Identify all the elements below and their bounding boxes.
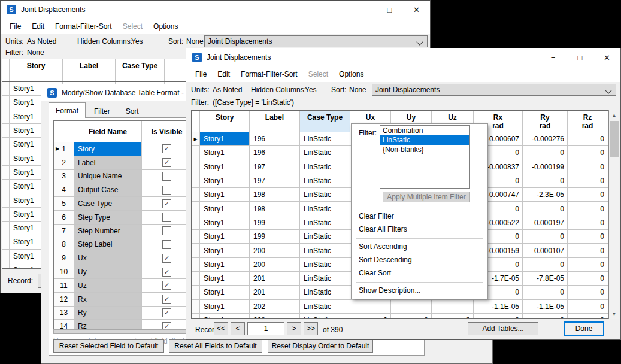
field-name-cell[interactable]: Uy (74, 265, 142, 278)
record-first-button[interactable]: << (214, 322, 228, 335)
field-name-cell[interactable]: Unique Name (74, 170, 142, 183)
menu-item-clear-all-filters[interactable]: Clear All Filters (359, 225, 407, 233)
close-button[interactable]: ✕ (593, 48, 620, 66)
menu-edit[interactable]: Edit (212, 70, 235, 78)
checkbox-unchecked[interactable] (162, 240, 171, 249)
menu-item-clear-filter[interactable]: Clear Filter (359, 212, 394, 220)
tab-sort[interactable]: Sort (119, 104, 146, 118)
menu-select[interactable]: Select (303, 70, 334, 78)
close-button[interactable]: ✕ (403, 1, 430, 19)
field-grid-row[interactable]: 6Step Type (54, 211, 191, 225)
field-grid-row[interactable]: 2Label✓ (54, 156, 191, 170)
field-grid-row[interactable]: 12Rx✓ (54, 293, 191, 307)
column-header-label[interactable]: Label (63, 59, 116, 81)
column-header-case-type[interactable]: Case Type (116, 59, 165, 81)
checkbox-checked[interactable]: ✓ (162, 199, 171, 208)
column-header-label[interactable]: Label (250, 111, 300, 132)
field-name-cell[interactable]: Step Number (74, 225, 142, 238)
field-name-cell[interactable]: Ux (74, 251, 142, 265)
record-last-button[interactable]: >> (304, 322, 318, 335)
column-header-story[interactable]: Story (10, 59, 63, 81)
checkbox-unchecked[interactable] (162, 226, 171, 235)
scroll-up-icon[interactable]: ▲ (609, 110, 619, 120)
checkbox-checked[interactable]: ✓ (162, 281, 171, 290)
table-select-combobox[interactable]: Joint Displacements (372, 84, 616, 96)
field-name-cell[interactable]: Label (74, 156, 142, 169)
menu-edit[interactable]: Edit (26, 22, 50, 31)
checkbox-checked[interactable]: ✓ (162, 308, 171, 317)
column-header-rz[interactable]: Rzrad (568, 111, 607, 132)
menu-file[interactable]: File (4, 22, 26, 31)
table-row[interactable]: Story1202LinStatic000000 (192, 314, 608, 319)
checkbox-checked[interactable]: ✓ (162, 322, 171, 329)
field-name-cell[interactable]: Rx (74, 293, 142, 306)
menu-item-clear-sort[interactable]: Clear Sort (359, 269, 391, 277)
checkbox-checked[interactable]: ✓ (162, 158, 171, 167)
done-button[interactable]: Done (564, 321, 604, 336)
title-bar[interactable]: S Joint Displacements − □ ✕ (1, 1, 430, 19)
field-name-cell[interactable]: Uz (74, 279, 142, 292)
column-header-ry[interactable]: Ryrad (523, 111, 568, 132)
field-grid-row[interactable]: 10Uy✓ (54, 265, 191, 279)
filter-option-non-blanks[interactable]: {Non-blanks} (380, 145, 469, 154)
field-name-cell[interactable]: Output Case (74, 183, 142, 196)
menu-options[interactable]: Options (334, 70, 369, 78)
scrollbar-thumb[interactable] (610, 121, 619, 157)
field-grid-row[interactable]: 4Output Case (54, 183, 191, 197)
reset-all-fields-button[interactable]: Reset All Fields to Default (169, 339, 262, 353)
field-name-cell[interactable]: Case Type (74, 197, 142, 210)
record-next-button[interactable]: > (287, 322, 301, 335)
field-name-cell[interactable]: Step Label (74, 238, 142, 251)
menu-format-filter-sort[interactable]: Format-Filter-Sort (235, 70, 303, 78)
filter-option-linstatic[interactable]: LinStatic (380, 135, 469, 145)
tab-filter[interactable]: Filter (87, 104, 117, 118)
record-number-input[interactable]: 1 (247, 322, 284, 335)
column-header-story[interactable]: Story (200, 111, 250, 132)
filter-values-listbox[interactable]: CombinationLinStatic{Non-blanks} (380, 125, 470, 189)
menu-select[interactable]: Select (117, 22, 148, 31)
field-grid-row[interactable]: 9Ux✓ (54, 251, 191, 265)
menu-item-sort-descending[interactable]: Sort Descending (359, 256, 412, 264)
filter-option-combination[interactable]: Combination (380, 126, 469, 135)
checkbox-checked[interactable]: ✓ (162, 268, 171, 277)
field-name-cell[interactable]: Step Type (74, 211, 142, 224)
menu-item-show-description[interactable]: Show Description... (359, 286, 420, 295)
table-row[interactable]: Story1202LinStatic-1.1E-05-1.1E-050 (192, 300, 608, 314)
field-grid-row[interactable]: 14Rz✓ (54, 320, 191, 329)
menu-file[interactable]: File (190, 70, 212, 78)
checkbox-unchecked[interactable] (162, 213, 171, 222)
menu-format-filter-sort[interactable]: Format-Filter-Sort (50, 22, 117, 31)
checkbox-checked[interactable]: ✓ (162, 295, 171, 304)
field-grid-row[interactable]: 8Step Label (54, 238, 191, 252)
reset-selected-field-button[interactable]: Reset Selected Field to Default (53, 339, 164, 353)
checkbox-checked[interactable]: ✓ (162, 144, 171, 153)
field-name-cell[interactable]: Ry (74, 307, 142, 320)
title-bar[interactable]: S Joint Displacements − □ ✕ (186, 48, 620, 66)
minimize-button[interactable]: − (540, 48, 567, 66)
column-header-case-type[interactable]: Case Type (300, 111, 350, 132)
record-prev-button[interactable]: < (231, 322, 245, 335)
field-grid-row[interactable]: 11Uz✓ (54, 279, 191, 293)
checkbox-unchecked[interactable] (162, 186, 171, 195)
minimize-button[interactable]: − (349, 1, 376, 19)
maximize-button[interactable]: □ (567, 48, 593, 66)
field-grid-row[interactable]: 3Unique Name (54, 170, 191, 184)
horizontal-scrollbar[interactable] (53, 329, 192, 334)
reset-display-order-button[interactable]: Reset Display Order to Default (268, 339, 373, 353)
scroll-down-icon[interactable]: ▼ (609, 309, 619, 319)
checkbox-checked[interactable]: ✓ (162, 254, 171, 263)
checkbox-unchecked[interactable] (162, 172, 171, 181)
field-grid-row[interactable]: 7Step Number (54, 225, 191, 238)
vertical-scrollbar[interactable]: ▲ ▼ (608, 110, 619, 319)
field-name-cell[interactable]: Story (74, 142, 142, 156)
apply-multiple-item-filter-button[interactable]: Apply Multiple Item Filter (383, 192, 470, 202)
table-select-combobox[interactable]: Joint Displacements (204, 35, 428, 47)
field-name-cell[interactable]: Rz (74, 320, 142, 329)
field-grid-row[interactable]: 5Case Type✓ (54, 197, 191, 211)
menu-item-sort-ascending[interactable]: Sort Ascending (359, 242, 407, 251)
maximize-button[interactable]: □ (376, 1, 403, 19)
field-grid-row[interactable]: 13Ry✓ (54, 307, 191, 320)
menu-options[interactable]: Options (148, 22, 183, 31)
add-tables-button[interactable]: Add Tables... (468, 322, 538, 335)
tab-format[interactable]: Format (49, 102, 86, 118)
